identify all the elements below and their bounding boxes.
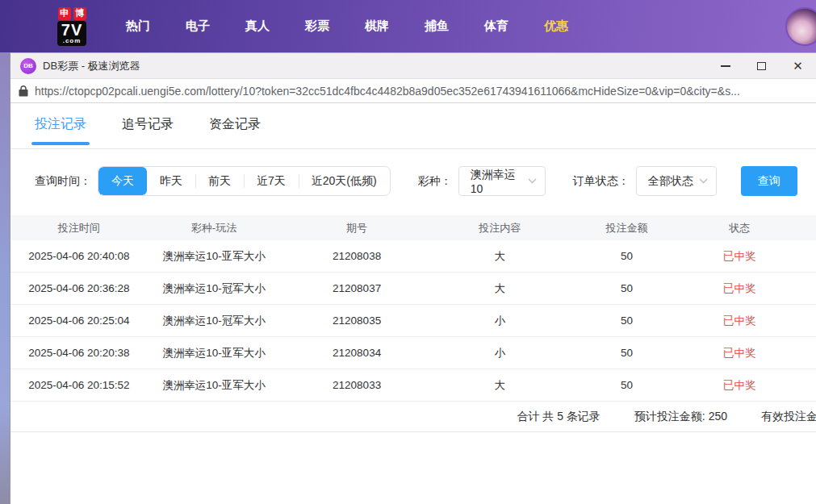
cell-game-play: 澳洲幸运10-亚军大小 [148,346,281,360]
cell-bet-amount: 50 [567,250,688,262]
cell-bet-time: 2025-04-06 20:20:38 [10,347,148,359]
table-row: 2025-04-06 20:20:38 澳洲幸运10-亚军大小 21208034… [10,337,816,369]
cell-bet-content: 小 [433,314,567,328]
tab-bet-records[interactable]: 投注记录 [35,116,86,148]
order-status-value: 全部状态 [648,174,693,189]
chevron-down-icon [699,178,708,184]
logo-main-text: 7V [61,22,82,38]
window-titlebar: DB DB彩票 - 极速浏览器 ✕ [10,53,816,79]
nav-item-fishing[interactable]: 捕鱼 [407,19,467,34]
user-avatar[interactable] [785,7,816,46]
db-favicon: DB [20,58,36,74]
logo-sub-text: .com [63,38,82,44]
cell-game-play: 澳洲幸运10-冠军大小 [148,314,281,328]
nav-item-promo[interactable]: 优惠 [526,19,586,34]
cell-bet-amount: 50 [567,314,688,327]
order-status-select[interactable]: 全部状态 [636,166,717,196]
cell-issue: 21208037 [280,282,433,294]
logo-badge-right: 博 [73,7,86,20]
nav-item-hot[interactable]: 热门 [108,19,168,34]
nav-item-slots[interactable]: 电子 [168,19,228,34]
filter-bar: 查询时间： 今天 昨天 前天 近7天 近20天(低频) 彩种： 澳洲幸运10 订… [35,166,816,196]
search-button[interactable]: 查询 [741,166,797,196]
maximize-icon [757,62,766,70]
status-badge: 已中奖 [687,281,792,296]
url-bar[interactable]: https://ctopcp02pcali.uengi5e.com/lotter… [10,79,816,103]
table-row: 2025-04-06 20:15:52 澳洲幸运10-亚军大小 21208033… [10,369,816,402]
status-badge: 已中奖 [687,249,792,264]
cell-bet-amount: 50 [567,379,688,391]
cell-issue: 21208038 [280,250,433,262]
logo-badges: 申 博 [58,7,86,20]
logo-box: 7V .com [57,21,86,46]
time-option-today[interactable]: 今天 [98,167,147,195]
close-button[interactable]: ✕ [780,53,816,78]
browser-window: DB DB彩票 - 极速浏览器 ✕ https://ctopcp02pcali.… [10,52,816,504]
header-game-play: 彩种-玩法 [148,221,281,235]
cell-issue: 21208034 [280,347,433,359]
minimize-icon [721,65,730,67]
url-text: https://ctopcp02pcali.uengi5e.com/lotter… [35,85,740,98]
cell-bet-time: 2025-04-06 20:36:28 [10,282,148,294]
time-option-7days[interactable]: 近7天 [244,167,299,195]
nav-item-lottery[interactable]: 彩票 [287,19,347,34]
status-badge: 已中奖 [687,378,792,393]
cell-bet-content: 大 [433,249,567,264]
cell-game-play: 澳洲幸运10-冠军大小 [148,281,281,296]
tab-bar: 投注记录 追号记录 资金记录 [10,103,816,149]
cell-bet-time: 2025-04-06 20:40:08 [10,250,148,262]
status-filter-label: 订单状态： [573,174,630,189]
lottery-select[interactable]: 澳洲幸运10 [458,166,546,196]
summary-total-records: 合计 共 5 条记录 [517,410,600,424]
summary-valid-amount: 有效投注金额 [761,410,816,424]
tab-chase-records[interactable]: 追号记录 [122,116,174,148]
table-row: 2025-04-06 20:36:28 澳洲幸运10-冠军大小 21208037… [10,273,816,305]
cell-issue: 21208035 [280,314,433,327]
nav-item-sports[interactable]: 体育 [467,19,526,34]
header-bet-time: 投注时间 [10,221,148,235]
tab-fund-records[interactable]: 资金记录 [209,116,261,148]
cell-game-play: 澳洲幸运10-亚军大小 [148,249,281,264]
logo-badge-left: 申 [58,7,71,20]
chevron-down-icon [528,178,537,184]
site-nav: 申 博 7V .com 热门 电子 真人 彩票 棋牌 捕鱼 体育 优惠 [0,0,816,52]
cell-bet-content: 大 [433,281,567,296]
table-row: 2025-04-06 20:25:04 澳洲幸运10-冠军大小 21208035… [10,305,816,337]
table-row: 2025-04-06 20:40:08 澳洲幸运10-亚军大小 21208038… [10,240,816,273]
cell-bet-time: 2025-04-06 20:25:04 [10,314,148,327]
cell-issue: 21208033 [280,379,433,391]
window-title: DB彩票 - 极速浏览器 [43,59,140,73]
header-bet-content: 投注内容 [433,221,567,235]
summary-expected-amount: 预计投注金额: 250 [634,410,727,424]
maximize-button[interactable] [743,53,780,78]
status-badge: 已中奖 [687,314,792,328]
time-range-group: 今天 昨天 前天 近7天 近20天(低频) [98,166,391,196]
time-option-20days[interactable]: 近20天(低频) [299,167,390,195]
table-header-row: 投注时间 彩种-玩法 期号 投注内容 投注金额 状态 [10,215,816,240]
site-logo[interactable]: 申 博 7V .com [50,7,94,46]
header-status: 状态 [687,221,792,235]
time-filter-label: 查询时间： [35,174,91,189]
cell-bet-amount: 50 [567,282,688,294]
lottery-select-value: 澳洲幸运10 [471,168,528,195]
status-badge: 已中奖 [687,346,792,360]
header-bet-amount: 投注金额 [567,221,688,235]
header-issue: 期号 [280,221,433,235]
close-icon: ✕ [793,60,803,72]
cell-bet-time: 2025-04-06 20:15:52 [10,379,148,391]
lottery-filter-label: 彩种： [418,174,452,189]
nav-menu: 热门 电子 真人 彩票 棋牌 捕鱼 体育 优惠 [108,19,586,34]
time-option-day-before[interactable]: 前天 [195,167,244,195]
nav-item-live[interactable]: 真人 [228,19,287,34]
bet-records-table: 投注时间 彩种-玩法 期号 投注内容 投注金额 状态 2025-04-06 20… [10,215,816,432]
lock-icon [19,85,28,97]
window-controls: ✕ [707,53,816,78]
table-summary-row: 合计 共 5 条记录 预计投注金额: 250 有效投注金额 [10,402,816,432]
cell-bet-content: 小 [433,346,567,360]
cell-bet-amount: 50 [567,347,688,359]
cell-game-play: 澳洲幸运10-亚军大小 [148,378,281,393]
cell-bet-content: 大 [433,378,567,393]
minimize-button[interactable] [707,53,743,78]
nav-item-cards[interactable]: 棋牌 [347,19,407,34]
time-option-yesterday[interactable]: 昨天 [147,167,195,195]
